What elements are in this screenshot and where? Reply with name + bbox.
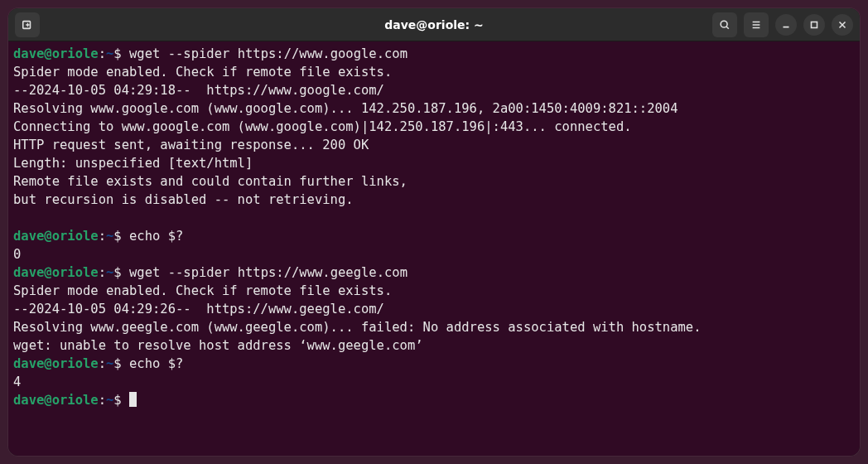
output-line: Spider mode enabled. Check if remote fil… (13, 283, 392, 298)
prompt-dollar: $ (113, 265, 121, 280)
prompt-path: ~ (106, 229, 113, 244)
output-line: Resolving www.geegle.com (www.geegle.com… (13, 320, 702, 335)
prompt-user: dave@oriole (13, 265, 99, 280)
prompt-user: dave@oriole (13, 229, 99, 244)
output-line: but recursion is disabled -- not retriev… (13, 192, 354, 207)
cursor (129, 392, 137, 407)
svg-point-1 (721, 21, 727, 27)
cmd-text: wget --spider https://www.geegle.com (122, 265, 407, 280)
prompt-path: ~ (106, 356, 113, 371)
search-button[interactable] (712, 12, 737, 37)
prompt-dollar: $ (113, 229, 121, 244)
output-line: --2024-10-05 04:29:26-- https://www.geeg… (13, 302, 384, 317)
output-line: Spider mode enabled. Check if remote fil… (13, 65, 392, 80)
prompt-user: dave@oriole (13, 46, 99, 61)
terminal-window: dave@oriole: ~ dave@oriole:~$ wget --spi… (8, 8, 860, 456)
output-line: 0 (13, 247, 21, 262)
prompt-path: ~ (106, 46, 113, 61)
hamburger-menu-button[interactable] (744, 12, 769, 37)
close-button[interactable] (832, 14, 853, 36)
svg-rect-2 (812, 22, 817, 27)
output-line: 4 (13, 375, 21, 389)
prompt-dollar: $ (113, 46, 121, 61)
cmd-text (122, 393, 129, 408)
prompt-user: dave@oriole (13, 393, 99, 408)
window-title: dave@oriole: ~ (384, 18, 484, 31)
prompt-colon: : (99, 265, 106, 280)
prompt-colon: : (99, 229, 106, 244)
terminal-output[interactable]: dave@oriole:~$ wget --spider https://www… (8, 41, 860, 456)
output-line: Connecting to www.google.com (www.google… (13, 119, 632, 134)
output-line: Length: unspecified [text/html] (13, 156, 253, 171)
prompt-path: ~ (106, 393, 113, 408)
prompt-path: ~ (106, 265, 113, 280)
output-line: wget: unable to resolve host address ‘ww… (13, 338, 423, 353)
output-line: HTTP request sent, awaiting response... … (13, 138, 369, 152)
prompt-colon: : (99, 46, 106, 61)
output-line: Resolving www.google.com (www.google.com… (13, 101, 678, 116)
output-line: --2024-10-05 04:29:18-- https://www.goog… (13, 83, 384, 98)
prompt-dollar: $ (113, 393, 121, 408)
minimize-button[interactable] (775, 14, 797, 36)
prompt-colon: : (99, 356, 106, 371)
prompt-user: dave@oriole (13, 356, 99, 371)
titlebar: dave@oriole: ~ (8, 8, 860, 41)
prompt-colon: : (99, 393, 106, 408)
maximize-button[interactable] (803, 14, 825, 36)
cmd-text: echo $? (122, 229, 184, 244)
cmd-text: echo $? (122, 356, 184, 371)
output-line: Remote file exists and could contain fur… (13, 174, 407, 189)
prompt-dollar: $ (113, 356, 121, 371)
cmd-text: wget --spider https://www.google.com (122, 46, 407, 61)
new-tab-button[interactable] (15, 12, 40, 37)
